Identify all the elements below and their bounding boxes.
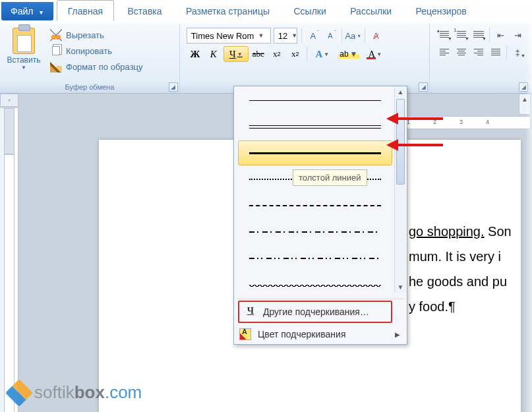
change-case-button[interactable]: Aa▼	[346, 28, 361, 43]
decrease-indent-button[interactable]: ⇤	[492, 28, 508, 42]
caret-down-icon: ▼	[357, 34, 361, 38]
tab-page-layout[interactable]: Разметка страницы	[175, 1, 280, 20]
align-right-button[interactable]	[471, 45, 487, 59]
underline-style-dashed[interactable]	[238, 193, 392, 218]
tab-file[interactable]: Файл ▾	[1, 2, 53, 20]
color-bar-icon	[367, 57, 376, 59]
font-size-value: 12	[278, 31, 287, 41]
caret-down-icon: ▼	[482, 36, 487, 41]
clipboard-dialog-launcher[interactable]: ◢	[169, 82, 178, 92]
line-spacing-button[interactable]: ‡▼	[510, 45, 525, 59]
format-painter-label: Формат по образцу	[66, 62, 143, 72]
down-arrow-icon: ˇ	[334, 29, 336, 35]
tab-insert[interactable]: Вставка	[117, 1, 173, 20]
line-thick-icon	[249, 152, 381, 154]
caret-down-icon: ▼	[324, 51, 329, 57]
tab-references[interactable]: Ссылки	[283, 1, 336, 20]
separator	[301, 28, 302, 43]
font-color-button[interactable]: A▼	[363, 46, 388, 62]
align-justify-icon	[491, 49, 500, 55]
align-left-button[interactable]	[436, 45, 452, 59]
underline-style-dot-dot-dash[interactable]	[238, 246, 392, 271]
underline-style-dot-dash[interactable]	[238, 220, 392, 245]
bullets-button[interactable]: ▼	[436, 28, 452, 42]
scroll-up-icon[interactable]: ▲	[395, 87, 406, 98]
scissors-icon	[50, 29, 62, 41]
align-justify-button[interactable]	[488, 45, 504, 59]
align-left-icon	[440, 49, 449, 55]
underline-button[interactable]: Ч▼	[223, 46, 249, 62]
ruler-toggle[interactable]: ▫	[0, 94, 18, 107]
underline-style-double[interactable]	[238, 114, 392, 139]
ruler-body	[4, 154, 15, 412]
paste-icon	[13, 28, 35, 54]
shrink-font-button[interactable]: Aˇ	[323, 28, 338, 43]
tab-mailings[interactable]: Рассылки	[340, 1, 402, 20]
vertical-scrollbar[interactable]: ▲	[519, 94, 531, 115]
caret-down-icon: ▾	[40, 9, 43, 16]
bold-button[interactable]: Ж	[187, 46, 204, 62]
font-size-combo[interactable]: 12 ▼	[274, 28, 297, 44]
group-font-label	[183, 63, 427, 74]
scroll-up-icon[interactable]: ▲	[519, 94, 530, 105]
strikethrough-button[interactable]: abc	[250, 46, 267, 62]
line-single-icon	[249, 100, 381, 101]
tab-review[interactable]: Рецензиров	[405, 1, 477, 20]
copy-icon	[52, 46, 60, 55]
caret-down-icon: ▼	[237, 51, 243, 57]
underline-style-thick[interactable]	[238, 140, 392, 165]
separator	[307, 47, 307, 61]
clear-formatting-button[interactable]: A̷	[369, 28, 384, 43]
caret-down-icon: ▼	[376, 51, 382, 57]
font-dialog-launcher[interactable]: ◢	[419, 82, 428, 92]
underline-color-label: Цвет подчеркивания	[258, 329, 346, 339]
highlight-button[interactable]: ab▼	[336, 46, 361, 62]
cut-button[interactable]: Вырезать	[46, 28, 147, 42]
vertical-ruler[interactable]	[0, 108, 18, 412]
paragraph-dialog-launcher[interactable]: ◢	[519, 82, 528, 92]
more-underlines-item[interactable]: Ч Другие подчеркивания…	[238, 301, 392, 323]
text-line-1a: go shopping.	[409, 224, 485, 239]
line-double-icon	[249, 125, 381, 129]
brush-icon	[50, 61, 62, 73]
tab-file-label: Файл	[11, 6, 33, 16]
ribbon: Вставить ▼ Вырезать Копировать Формат по…	[0, 24, 532, 94]
underline-color-item[interactable]: Цвет подчеркивания ▶	[234, 324, 407, 344]
ruler-tick: 4	[486, 119, 489, 125]
watermark-c: .com	[105, 382, 142, 402]
caret-down-icon: ▼	[350, 49, 358, 59]
tooltip-text: толстой линией	[299, 173, 361, 183]
superscript-button[interactable]: x2	[287, 46, 304, 62]
tab-home[interactable]: Главная	[57, 0, 114, 21]
separator	[341, 28, 342, 43]
multilevel-list-button[interactable]: ▼	[471, 28, 487, 42]
underline-style-wave[interactable]	[238, 272, 392, 297]
paste-button[interactable]: Вставить ▼	[3, 25, 45, 71]
separator	[506, 45, 507, 59]
subscript-button[interactable]: x2	[268, 46, 285, 62]
separator	[489, 28, 490, 42]
separator	[365, 28, 365, 43]
numbering-button[interactable]: ▼	[454, 28, 469, 42]
grow-font-button[interactable]: Aˆ	[306, 28, 320, 43]
watermark: softikbox.com	[9, 382, 142, 403]
underline-color-icon	[239, 328, 251, 340]
align-center-button[interactable]	[454, 45, 469, 59]
underline-style-single[interactable]	[238, 88, 392, 113]
text-effects-button[interactable]: A▼	[310, 46, 335, 62]
watermark-logo-icon	[5, 378, 33, 406]
scroll-down-icon[interactable]: ▼	[395, 282, 406, 293]
align-right-icon	[474, 49, 483, 55]
font-name-combo[interactable]: Times New Rom ▼	[187, 28, 271, 44]
up-arrow-icon: ˆ	[317, 29, 319, 35]
paste-label: Вставить	[7, 55, 41, 65]
increase-indent-button[interactable]: ⇥	[510, 28, 525, 42]
ruler-tick: 3	[459, 119, 463, 125]
tooltip: толстой линией	[293, 169, 367, 186]
watermark-a: softik	[34, 382, 74, 402]
format-painter-button[interactable]: Формат по образцу	[46, 59, 147, 74]
align-center-icon	[457, 49, 466, 55]
watermark-b: box	[74, 382, 105, 402]
italic-button[interactable]: К	[205, 46, 222, 62]
copy-button[interactable]: Копировать	[46, 44, 147, 58]
